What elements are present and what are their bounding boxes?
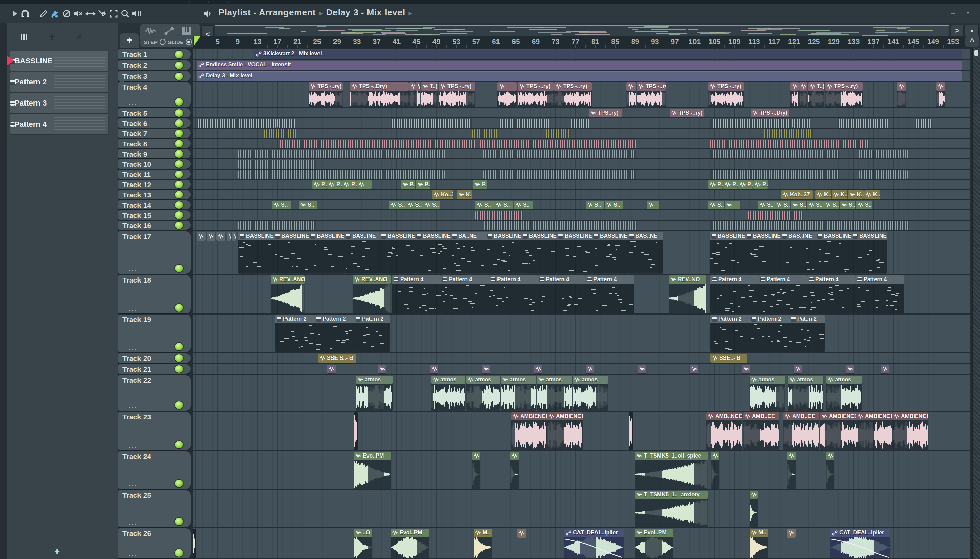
audio-clip[interactable]: TPS -..ry) bbox=[708, 83, 744, 107]
audio-clip-mini[interactable] bbox=[638, 365, 646, 374]
track-name-cell[interactable]: Track 15 bbox=[119, 210, 191, 220]
audio-clip[interactable]: AMB..NCE bbox=[706, 412, 742, 450]
audio-clip-mini[interactable] bbox=[846, 365, 854, 374]
pattern-clip[interactable]: BASSLINE bbox=[486, 232, 521, 273]
audio-clip[interactable]: K.. bbox=[832, 190, 847, 199]
track-lane[interactable] bbox=[193, 149, 970, 158]
track-mute-led[interactable] bbox=[175, 222, 183, 229]
audio-clip[interactable] bbox=[357, 180, 371, 189]
pattern-clip[interactable]: BASSLINE bbox=[816, 232, 851, 273]
audio-clip[interactable]: AMBIENCE bbox=[820, 412, 856, 450]
track-mute-led[interactable] bbox=[175, 130, 183, 137]
track-mute-led[interactable] bbox=[175, 441, 183, 448]
minimize-button[interactable]: – bbox=[948, 9, 958, 18]
pattern-stripe-clip[interactable] bbox=[277, 119, 295, 128]
audio-clip[interactable] bbox=[936, 83, 945, 107]
pattern-clip[interactable]: Pattern 4 bbox=[807, 275, 856, 313]
snap-magnet-icon[interactable] bbox=[20, 8, 31, 19]
track-name-cell[interactable]: Track 12 bbox=[119, 180, 191, 189]
track-lane[interactable]: ..OEvol..PMM..CAT_DEAL..iplierEvol..PMM.… bbox=[193, 528, 970, 558]
pattern-clip[interactable]: BASSLINE bbox=[557, 232, 592, 273]
track-name-cell[interactable]: Track 22... bbox=[119, 375, 191, 410]
track-lane[interactable] bbox=[193, 364, 970, 374]
track-mute-led[interactable] bbox=[175, 401, 183, 409]
audio-clip[interactable] bbox=[647, 200, 659, 209]
audio-clip-sliver[interactable] bbox=[629, 412, 633, 450]
pattern-clip[interactable]: Pattern 4 bbox=[711, 275, 759, 313]
track-name-cell[interactable]: Track 18... bbox=[119, 275, 191, 313]
pattern-clip[interactable]: Pattern 4 bbox=[538, 275, 586, 313]
pattern-stripe-clip[interactable] bbox=[764, 129, 789, 138]
pattern-stripe-clip[interactable] bbox=[915, 119, 932, 128]
track-lane[interactable] bbox=[193, 210, 970, 220]
track-mute-led[interactable] bbox=[175, 191, 183, 198]
track-name-cell[interactable]: Track 11 bbox=[119, 170, 191, 179]
audio-clip[interactable] bbox=[627, 83, 636, 107]
pattern-stripe-clip[interactable] bbox=[838, 119, 888, 128]
audio-clip[interactable]: TPS -..Dry) bbox=[350, 83, 409, 107]
audio-clip[interactable]: P.. bbox=[327, 180, 342, 189]
audio-clip[interactable] bbox=[898, 83, 906, 107]
track-lane[interactable]: P..P..P..P..P..P..P..P..P..P..P. bbox=[193, 180, 970, 189]
track-lane[interactable] bbox=[193, 221, 970, 230]
pattern-clip[interactable]: BASSLINE bbox=[274, 232, 309, 273]
audio-clip[interactable]: TPS -..ry) bbox=[637, 83, 666, 107]
pattern-clip[interactable]: BAS..NE bbox=[627, 232, 663, 273]
audio-clip-mini[interactable] bbox=[517, 529, 526, 538]
pattern-stripe-clip[interactable] bbox=[264, 129, 296, 138]
audio-clip[interactable]: AMBIENCE bbox=[547, 412, 582, 450]
breadcrumb-arrow-icon[interactable]: ▸ bbox=[405, 9, 416, 17]
pattern-stripe-clip[interactable] bbox=[238, 221, 317, 230]
audio-clip[interactable]: T..) bbox=[421, 83, 438, 107]
audio-clip[interactable]: atmos bbox=[537, 375, 572, 410]
audio-clip-mini[interactable] bbox=[378, 365, 386, 374]
pattern-clip[interactable]: BASSLINE bbox=[710, 232, 745, 273]
pattern-clip[interactable]: BASSLINE bbox=[851, 232, 887, 273]
track-name-cell[interactable]: Track 3 bbox=[119, 71, 191, 81]
scroll-right-button[interactable]: > bbox=[951, 25, 964, 37]
audio-clip-mini[interactable] bbox=[216, 232, 225, 241]
pattern-stripe-clip[interactable] bbox=[789, 129, 813, 138]
track-lane[interactable]: TPS..ry)TPS -..ry)TPS -..Dry) bbox=[193, 108, 970, 117]
audio-clip[interactable]: S.. bbox=[605, 200, 623, 209]
audio-clip[interactable]: P.. bbox=[738, 180, 753, 189]
picker-grid-icon[interactable] bbox=[20, 33, 28, 40]
audio-clip[interactable]: S.. bbox=[823, 200, 839, 209]
audio-clip[interactable]: S.. bbox=[791, 200, 807, 209]
audio-clip[interactable]: TPS -..ry) bbox=[554, 83, 592, 107]
pattern-stripe-clip[interactable] bbox=[238, 170, 445, 179]
vertical-scrollbar[interactable] bbox=[972, 48, 980, 559]
audio-clip[interactable]: P.. bbox=[312, 180, 327, 189]
pattern-clip[interactable]: Pattern 2 bbox=[711, 315, 750, 352]
pattern-clip[interactable]: Pattern 2 bbox=[275, 315, 315, 352]
track-lane[interactable]: S..S..S..S..S..S..S..S..S..S..S..S..S..S… bbox=[193, 200, 970, 209]
audio-clip-mini[interactable] bbox=[787, 529, 795, 538]
pattern-stripe-clip[interactable] bbox=[197, 119, 276, 128]
track-lane[interactable]: Ko..37K..Koh..37K..K..K..K.. bbox=[193, 190, 970, 199]
pattern-clip[interactable]: Pat..rn 2 bbox=[354, 315, 389, 352]
automation-clip[interactable]: Endless Smile - VOCAL - Intensit bbox=[197, 61, 962, 70]
audio-clip[interactable] bbox=[750, 491, 758, 527]
track-name-cell[interactable]: Track 10 bbox=[119, 159, 191, 169]
track-name-cell[interactable]: Track 21 bbox=[119, 364, 191, 374]
pattern-item-pattern-2[interactable]: Pattern 2 bbox=[10, 72, 108, 92]
audio-clip[interactable]: K.. bbox=[457, 190, 472, 199]
track-lane[interactable]: 3Kickstart 2 - Mix level bbox=[193, 50, 970, 59]
track-name-cell[interactable]: Track 9 bbox=[119, 149, 191, 158]
track-mute-led[interactable] bbox=[175, 480, 183, 487]
audio-clip-mini[interactable] bbox=[482, 365, 490, 374]
audio-clip-mini[interactable] bbox=[227, 232, 231, 241]
maximize-button[interactable]: ▫ bbox=[963, 9, 973, 18]
track-mute-led[interactable] bbox=[175, 549, 183, 557]
audio-clip[interactable]: K.. bbox=[815, 190, 831, 199]
audio-clip[interactable]: REV..ANO bbox=[271, 275, 305, 313]
pattern-clip[interactable]: BASSLINE bbox=[309, 232, 344, 273]
automation-audio-clip[interactable]: CAT_DEAL..iplier bbox=[564, 529, 624, 558]
track-name-cell[interactable]: Track 8 bbox=[119, 139, 191, 148]
audio-clip-mini[interactable] bbox=[794, 365, 802, 374]
pattern-item-bassline[interactable]: BASSLINE bbox=[10, 51, 108, 71]
automation-clip[interactable]: Delay 3 - Mix level bbox=[197, 71, 962, 81]
audio-clip[interactable]: P.. bbox=[342, 180, 356, 189]
audio-clip-sliver[interactable] bbox=[193, 529, 196, 558]
pattern-stripe-clip[interactable] bbox=[480, 140, 636, 148]
